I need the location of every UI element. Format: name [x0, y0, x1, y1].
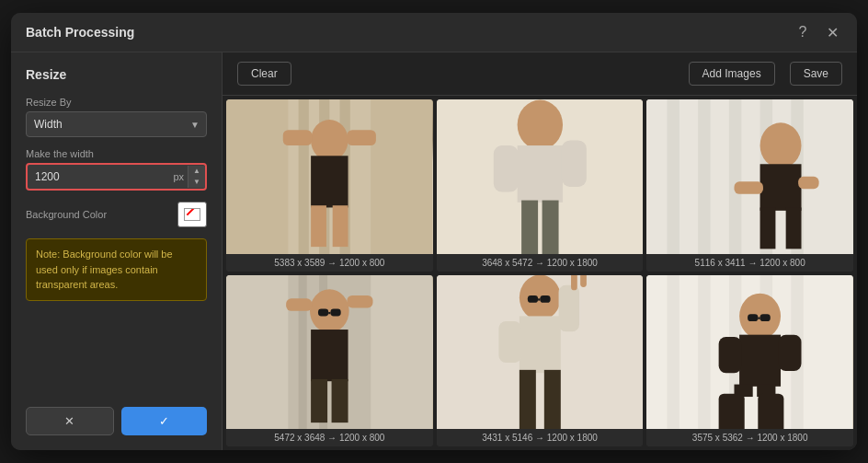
- image-cell-3[interactable]: 5116 x 3411 → 1200 x 800: [646, 99, 853, 272]
- help-icon[interactable]: ?: [793, 22, 813, 42]
- resize-by-select[interactable]: Width Height Longest Side Shortest Side: [26, 111, 207, 137]
- person-silhouette-1: [226, 99, 433, 254]
- svg-rect-13: [517, 145, 562, 203]
- image-thumbnail-6: [646, 275, 853, 430]
- resize-by-label: Resize By: [26, 97, 207, 108]
- svg-rect-63: [739, 334, 781, 386]
- svg-rect-50: [498, 321, 521, 363]
- spacer: [26, 312, 207, 393]
- width-field: Make the width px ▲ ▼: [26, 148, 207, 191]
- svg-rect-41: [347, 295, 372, 307]
- note-text: Note: Background color will be used only…: [36, 249, 173, 290]
- title-actions: ? ✕: [793, 22, 842, 42]
- clear-button[interactable]: Clear: [237, 62, 291, 86]
- confirm-button[interactable]: ✓: [121, 407, 208, 435]
- svg-point-62: [739, 293, 781, 338]
- spinner-down-button[interactable]: ▼: [188, 177, 205, 188]
- svg-point-5: [311, 120, 348, 161]
- svg-point-45: [520, 275, 561, 320]
- person-silhouette-5: [437, 275, 644, 430]
- image-caption-5: 3431 x 5146 → 1200 x 1800: [437, 429, 644, 446]
- spinner-up-button[interactable]: ▲: [188, 166, 205, 177]
- image-cell-5[interactable]: 3431 x 5146 → 1200 x 1800: [437, 275, 644, 447]
- resize-by-field: Resize By Width Height Longest Side Shor…: [26, 97, 207, 137]
- batch-processing-dialog: Batch Processing ? ✕ Resize Resize By Wi…: [11, 13, 857, 450]
- background-color-label: Background Color: [26, 209, 107, 220]
- right-toolbar: Clear Add Images Save: [223, 52, 857, 96]
- svg-rect-14: [493, 145, 518, 192]
- confirm-icon: ✓: [159, 414, 169, 428]
- svg-rect-43: [332, 378, 348, 422]
- svg-rect-49: [538, 298, 540, 300]
- image-thumbnail-4: [226, 275, 433, 430]
- svg-rect-2: [299, 99, 309, 254]
- dialog-body: Resize Resize By Width Height Longest Si…: [11, 52, 857, 450]
- note-box: Note: Background color will be used only…: [26, 238, 207, 301]
- svg-rect-53: [580, 275, 587, 287]
- image-cell-6[interactable]: 3575 x 5362 → 1200 x 1800: [646, 275, 853, 447]
- person-silhouette-2: [437, 99, 644, 254]
- svg-rect-20: [668, 99, 680, 254]
- cancel-button[interactable]: ✕: [26, 407, 114, 435]
- svg-rect-28: [798, 177, 818, 189]
- svg-rect-22: [729, 99, 741, 254]
- svg-rect-15: [562, 140, 587, 187]
- action-buttons: ✕ ✓: [26, 407, 207, 435]
- svg-point-25: [760, 122, 802, 168]
- image-thumbnail-5: [437, 275, 644, 430]
- svg-rect-58: [698, 275, 710, 430]
- svg-rect-48: [540, 295, 550, 302]
- svg-rect-42: [311, 378, 327, 422]
- person-silhouette-6: [646, 275, 853, 430]
- color-swatch-box: [184, 208, 200, 221]
- width-input[interactable]: [28, 165, 169, 189]
- resize-section-title: Resize: [26, 67, 207, 82]
- unit-label: px: [169, 171, 188, 182]
- image-caption-1: 5383 x 3589 → 1200 x 800: [226, 254, 433, 272]
- svg-rect-8: [347, 130, 375, 145]
- images-grid: 5383 x 3589 → 1200 x 800: [223, 96, 857, 450]
- svg-rect-46: [520, 316, 561, 373]
- svg-rect-66: [759, 317, 760, 318]
- save-button[interactable]: Save: [790, 62, 842, 86]
- svg-rect-10: [333, 205, 348, 247]
- svg-rect-39: [328, 311, 330, 313]
- svg-rect-33: [299, 275, 307, 430]
- add-images-button[interactable]: Add Images: [689, 62, 775, 86]
- image-caption-3: 5116 x 3411 → 1200 x 800: [646, 254, 853, 272]
- svg-rect-6: [311, 156, 348, 207]
- right-panel: Clear Add Images Save: [223, 52, 857, 450]
- svg-rect-9: [311, 205, 326, 247]
- dialog-title: Batch Processing: [26, 25, 134, 40]
- svg-rect-64: [748, 314, 758, 321]
- person-silhouette-4: [226, 275, 433, 430]
- image-cell-2[interactable]: 3648 x 5472 → 1200 x 1800: [437, 99, 644, 272]
- svg-rect-16: [521, 201, 538, 254]
- width-input-group: px ▲ ▼: [26, 163, 207, 191]
- svg-rect-27: [735, 181, 763, 193]
- svg-point-12: [517, 100, 562, 150]
- svg-rect-29: [760, 207, 776, 249]
- svg-rect-38: [330, 308, 340, 316]
- image-caption-6: 3575 x 5362 → 1200 x 1800: [646, 429, 853, 446]
- svg-rect-54: [520, 369, 536, 429]
- resize-by-select-wrapper: Width Height Longest Side Shortest Side …: [26, 111, 207, 137]
- close-icon[interactable]: ✕: [822, 22, 842, 42]
- svg-rect-30: [786, 207, 802, 249]
- image-caption-2: 3648 x 5472 → 1200 x 1800: [437, 254, 644, 272]
- svg-rect-26: [760, 164, 802, 211]
- left-panel: Resize Resize By Width Height Longest Si…: [11, 52, 223, 450]
- image-thumbnail-2: [437, 99, 644, 254]
- background-color-button[interactable]: [177, 202, 207, 227]
- svg-rect-37: [318, 308, 328, 316]
- background-color-row: Background Color: [26, 202, 207, 227]
- svg-rect-55: [543, 369, 560, 429]
- svg-rect-67: [719, 336, 742, 372]
- image-cell-1[interactable]: 5383 x 3589 → 1200 x 800: [226, 99, 433, 272]
- transparent-slash-icon: [187, 208, 199, 215]
- image-cell-4[interactable]: 5472 x 3648 → 1200 x 800: [226, 275, 433, 447]
- svg-rect-51: [558, 284, 578, 331]
- svg-point-35: [310, 289, 349, 332]
- image-thumbnail-1: [226, 99, 433, 254]
- svg-rect-68: [779, 334, 802, 370]
